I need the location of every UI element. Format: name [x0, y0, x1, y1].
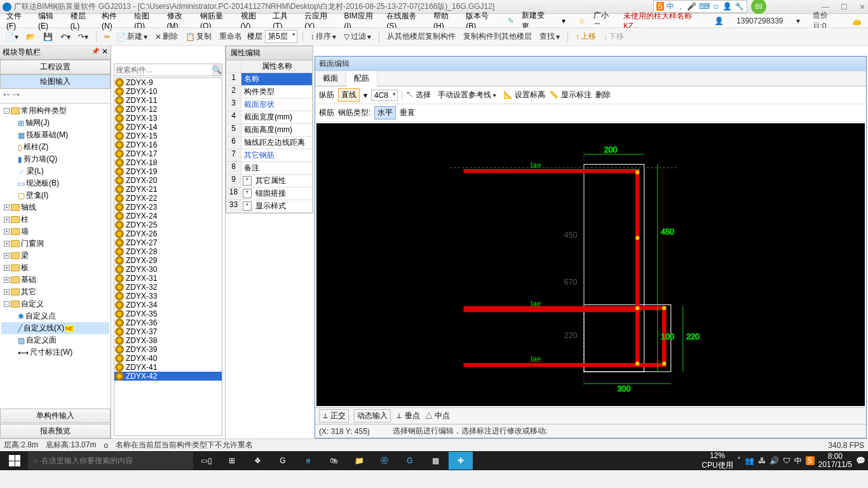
endpoint-snap[interactable]: ⊥ 垂点	[396, 410, 419, 421]
attr-row[interactable]: 2构件类型	[226, 86, 313, 98]
list-item[interactable]: ZDYX-29	[114, 256, 222, 265]
list-item[interactable]: ZDYX-28	[114, 247, 222, 256]
list-item[interactable]: ZDYX-35	[114, 309, 222, 318]
tray-people-icon[interactable]: 👥	[745, 456, 754, 465]
show-mark-button[interactable]: 📏 显示标注	[549, 90, 591, 100]
ortho-toggle[interactable]: ⊥ 正交	[319, 409, 349, 423]
list-item[interactable]: ZDYX-22	[114, 194, 222, 203]
redo-icon[interactable]: ↷▾	[76, 31, 91, 43]
list-item[interactable]: ZDYX-17	[114, 149, 222, 158]
taskbar-search[interactable]: ○ 在这里输入你要搜索的内容	[28, 452, 193, 470]
new-file-icon[interactable]: 📄▾	[3, 31, 21, 43]
tree-item-custom-line[interactable]: ╱自定义线(X)NE	[1, 322, 109, 334]
ime-wrench-icon[interactable]: 🔧	[735, 2, 744, 11]
tab-single-input[interactable]: 单构件输入	[0, 409, 111, 423]
app-icon-1[interactable]: ⊞	[220, 452, 244, 470]
tree-expand-icon[interactable]: ⁺⁻	[3, 92, 10, 100]
attr-row[interactable]: 6轴线距左边线距离	[226, 137, 313, 149]
list-item[interactable]: ZDYX-42	[114, 372, 222, 381]
component-list[interactable]: ZDYX-9ZDYX-10ZDYX-11ZDYX-12ZDYX-13ZDYX-1…	[114, 78, 222, 436]
app-icon-8[interactable]: ✚	[449, 452, 473, 470]
list-item[interactable]: ZDYX-33	[114, 292, 222, 301]
attr-row[interactable]: 8备注	[226, 162, 313, 175]
line-button[interactable]: 直线	[338, 88, 360, 102]
list-item[interactable]: ZDYX-38	[114, 336, 222, 345]
list-item[interactable]: ZDYX-31	[114, 274, 222, 283]
list-item[interactable]: ZDYX-39	[114, 345, 222, 354]
tab-draw-input[interactable]: 绘图输入	[0, 74, 111, 89]
move-down-button[interactable]: ↓下移	[601, 30, 627, 43]
list-item[interactable]: ZDYX-32	[114, 283, 222, 292]
copy-to-floor-button[interactable]: 复制构件到其他楼层	[461, 30, 534, 43]
ime-punct-icon[interactable]: ，	[677, 1, 684, 12]
save-icon[interactable]: 💾	[41, 31, 55, 43]
tab-rebar[interactable]: 配筋	[346, 71, 377, 86]
delete-rebar-button[interactable]: 删除	[595, 90, 611, 100]
attr-row[interactable]: 3截面形状	[226, 98, 313, 111]
ime-face-icon[interactable]: ☺	[712, 2, 720, 11]
edge-icon[interactable]: e	[296, 452, 320, 470]
explorer-icon[interactable]: 📁	[347, 452, 371, 470]
rebar-size-dropdown[interactable]: 4C8	[371, 90, 398, 101]
attr-row[interactable]: 5截面高度(mm)	[226, 124, 313, 137]
list-item[interactable]: ZDYX-12	[114, 105, 222, 114]
search-input[interactable]	[114, 64, 212, 76]
select-button[interactable]: ↖ 选择	[406, 90, 431, 100]
ime-user-icon[interactable]: 👤	[722, 2, 732, 11]
ime-keyboard-icon[interactable]: ⌨	[699, 2, 710, 11]
move-up-button[interactable]: ↑上移	[573, 30, 599, 43]
tray-security-icon[interactable]: 🛡	[783, 456, 790, 465]
tab-section[interactable]: 截面	[315, 71, 346, 86]
action-center-icon[interactable]: 💬	[856, 456, 865, 465]
attr-row[interactable]: 18+锚固搭接	[226, 187, 313, 200]
list-item[interactable]: ZDYX-9	[114, 78, 222, 87]
midpoint-snap[interactable]: △ 中点	[425, 410, 450, 421]
attr-row[interactable]: 7其它钢筋	[226, 149, 313, 162]
attr-row[interactable]: 4截面宽度(mm)	[226, 111, 313, 124]
find-button[interactable]: 查找▾	[537, 30, 562, 43]
list-item[interactable]: ZDYX-13	[114, 114, 222, 123]
tree-collapse-icon[interactable]: ⁻⁺	[12, 92, 20, 100]
app-icon-2[interactable]: ❖	[245, 452, 269, 470]
search-icon[interactable]: 🔍	[212, 64, 222, 76]
taskbar-clock[interactable]: 8:002017/11/5	[818, 452, 852, 469]
app-icon-6[interactable]: G	[398, 452, 422, 470]
list-item[interactable]: ZDYX-21	[114, 185, 222, 194]
copy-button[interactable]: 📋复制	[183, 30, 214, 43]
menu-edit[interactable]: 编辑(E)	[34, 10, 67, 32]
list-item[interactable]: ZDYX-15	[114, 132, 222, 140]
tab-report-preview[interactable]: 报表预览	[0, 424, 111, 438]
tray-volume-icon[interactable]: 🔊	[770, 456, 779, 465]
list-item[interactable]: ZDYX-26	[114, 229, 222, 238]
list-item[interactable]: ZDYX-11	[114, 96, 222, 105]
sort-button[interactable]: ↕排序▾	[308, 30, 339, 43]
list-item[interactable]: ZDYX-37	[114, 327, 222, 336]
attribute-grid[interactable]: 属性名称 1名称2构件类型3截面形状4截面宽度(mm)5截面高度(mm)6轴线距…	[226, 60, 313, 213]
task-view-icon[interactable]: ▭▯	[194, 452, 219, 470]
list-item[interactable]: ZDYX-18	[114, 158, 222, 167]
horizontal-button[interactable]: 水平	[374, 106, 396, 119]
new-component-button[interactable]: 📄新建▾	[114, 30, 150, 43]
menu-floor[interactable]: 楼层(L)	[67, 10, 98, 32]
list-item[interactable]: ZDYX-30	[114, 265, 222, 274]
attr-row[interactable]: 9+其它属性	[226, 175, 313, 187]
list-item[interactable]: ZDYX-36	[114, 318, 222, 327]
delete-button[interactable]: ✕删除	[153, 30, 180, 43]
list-item[interactable]: ZDYX-16	[114, 140, 222, 149]
list-item[interactable]: ZDYX-41	[114, 363, 222, 372]
ime-toolbar[interactable]: S 中 ， 🎤 ⌨ ☺ 👤 🔧	[653, 0, 747, 13]
close-panel-icon[interactable]: ✕	[102, 47, 108, 56]
ime-lang[interactable]: 中	[667, 1, 674, 12]
filter-button[interactable]: ▽过滤▾	[341, 30, 374, 43]
list-item[interactable]: ZDYX-34	[114, 301, 222, 309]
tray-network-icon[interactable]: 🖧	[758, 456, 766, 465]
list-item[interactable]: ZDYX-25	[114, 220, 222, 229]
list-item[interactable]: ZDYX-14	[114, 123, 222, 132]
phone-number[interactable]: 13907298339	[733, 15, 787, 27]
rename-button[interactable]: 重命名	[217, 30, 245, 43]
ie-icon[interactable]: ⓔ	[372, 452, 397, 470]
tray-up-icon[interactable]: ˄	[737, 456, 741, 465]
list-item[interactable]: ZDYX-20	[114, 176, 222, 185]
ime-mic-icon[interactable]: 🎤	[687, 2, 696, 11]
floor-dropdown[interactable]: 第5层	[265, 30, 297, 43]
